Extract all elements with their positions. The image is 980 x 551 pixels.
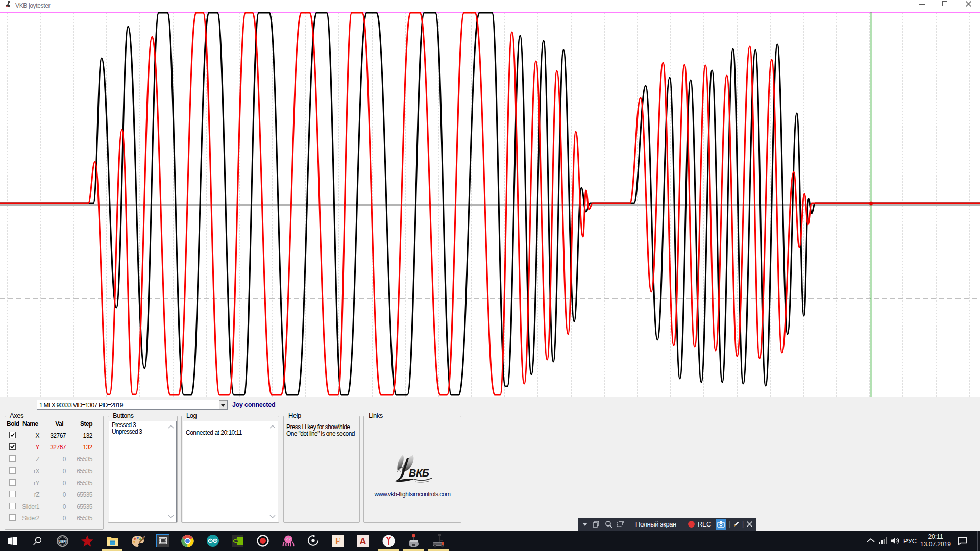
svg-text:UEFI: UEFI <box>59 540 66 543</box>
svg-text:A: A <box>360 536 366 546</box>
svg-text:F: F <box>335 536 341 546</box>
